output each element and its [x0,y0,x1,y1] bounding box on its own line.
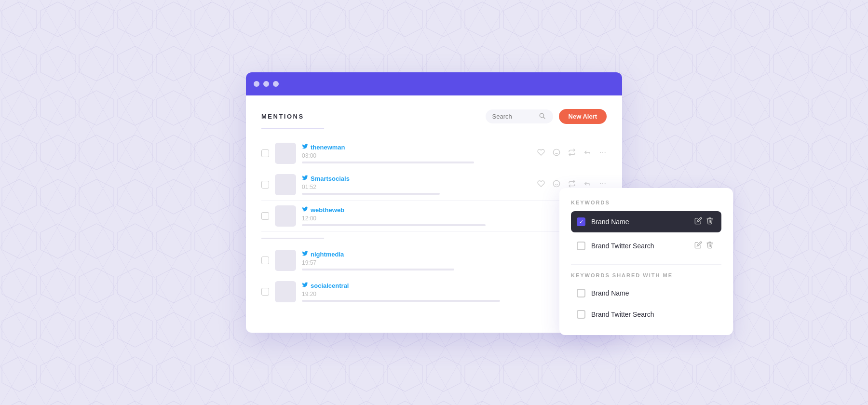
app-window: MENTIONS New Alert [246,72,622,333]
more-icon-1[interactable] [599,148,607,158]
keyword-item-brand-name[interactable]: Brand Name [571,211,721,232]
keyword-delete-brand-twitter[interactable] [704,240,716,252]
avatar-1 [275,143,296,164]
mention-content-3: webtheweb 12:00 [302,206,531,226]
title-bar [246,72,622,95]
keywords-shared-title: KEYWORDS SHARED WITH ME [571,272,721,278]
twitter-icon-1 [302,143,308,151]
page-title: MENTIONS [261,113,304,120]
mention-item-4: nightmedia 19:57 [261,245,607,276]
mention-handle-1: thenewman [302,143,531,151]
mention-item-3: webtheweb 12:00 [261,201,607,232]
search-icon [539,112,545,121]
twitter-icon-3 [302,206,308,214]
mention-time-1: 03:00 [302,152,531,159]
title-underline [261,128,324,129]
svg-point-2 [553,149,559,155]
mention-handle-2: Smartsocials [302,175,531,182]
mention-checkbox-3[interactable] [261,212,269,220]
header-actions: New Alert [486,109,607,124]
svg-point-8 [553,180,559,187]
twitter-icon-5 [302,282,308,289]
mention-time-2: 01:52 [302,184,531,190]
keyword-item-shared-brand-twitter[interactable]: Brand Twitter Search [571,305,721,324]
mention-bar-2 [302,193,440,195]
keywords-section-title: KEYWORDS [571,200,721,205]
reply-icon-1[interactable] [583,148,591,158]
keywords-divider [571,264,721,265]
keyword-delete-brand-name[interactable] [704,216,716,228]
mention-item-5: socialcentral 19:20 [261,276,607,307]
avatar-4 [275,250,296,271]
mention-content-1: thenewman 03:00 [302,143,531,163]
mention-bar-1 [302,162,474,163]
mention-item: thenewman 03:00 [261,138,607,169]
svg-point-5 [600,152,601,153]
heart-icon-2[interactable] [537,180,545,189]
mention-bar-4 [302,269,454,270]
svg-point-12 [602,183,603,184]
twitter-icon-2 [302,175,308,182]
mention-checkbox-4[interactable] [261,256,269,264]
emoji-icon-1[interactable] [553,148,560,158]
keyword-checkbox-brand-twitter[interactable] [577,242,585,250]
keyword-label-shared-brand-twitter: Brand Twitter Search [591,310,716,318]
keyword-checkbox-shared-brand-name[interactable] [577,289,585,297]
window-dot-2[interactable] [263,81,269,87]
keyword-label-brand-name: Brand Name [591,218,692,226]
keyword-item-brand-twitter[interactable]: Brand Twitter Search [571,235,721,256]
avatar-5 [275,281,296,302]
svg-point-7 [605,152,606,153]
keyword-checkbox-brand-name[interactable] [577,217,585,226]
keyword-edit-brand-twitter[interactable] [692,240,704,252]
svg-point-6 [602,152,603,153]
mention-bar-3 [302,224,486,226]
svg-point-11 [600,183,601,184]
mention-content-2: Smartsocials 01:52 [302,175,531,195]
twitter-icon-4 [302,250,308,258]
emoji-icon-2[interactable] [553,180,560,189]
search-box[interactable] [486,109,553,123]
mentions-list: thenewman 03:00 [261,138,607,307]
mention-checkbox-2[interactable] [261,181,269,189]
keywords-panel: KEYWORDS Brand Name Brand Twitter Search [559,188,733,335]
avatar-2 [275,174,296,195]
mention-handle-3: webtheweb [302,206,531,214]
svg-point-13 [605,183,606,184]
retweet-icon-1[interactable] [568,148,576,158]
svg-line-1 [543,117,544,119]
mention-item-2: Smartsocials 01:52 [261,169,607,201]
mention-actions-row-1 [537,147,607,160]
keyword-checkbox-shared-brand-twitter[interactable] [577,310,585,319]
keyword-item-shared-brand-name[interactable]: Brand Name [571,284,721,302]
avatar-3 [275,205,296,227]
window-dot-3[interactable] [273,81,279,87]
new-alert-button[interactable]: New Alert [559,109,607,124]
mention-bar-5 [302,300,500,302]
mention-checkbox-1[interactable] [261,149,269,157]
header-row: MENTIONS New Alert [261,109,607,124]
keyword-label-brand-twitter: Brand Twitter Search [591,242,692,250]
keyword-edit-brand-name[interactable] [692,216,704,228]
heart-icon-1[interactable] [537,148,545,158]
mention-time-3: 12:00 [302,215,531,222]
keyword-label-shared-brand-name: Brand Name [591,289,716,297]
mention-checkbox-5[interactable] [261,288,269,296]
search-input[interactable] [492,113,536,120]
window-dot-1[interactable] [254,81,259,87]
group-divider [261,238,324,239]
